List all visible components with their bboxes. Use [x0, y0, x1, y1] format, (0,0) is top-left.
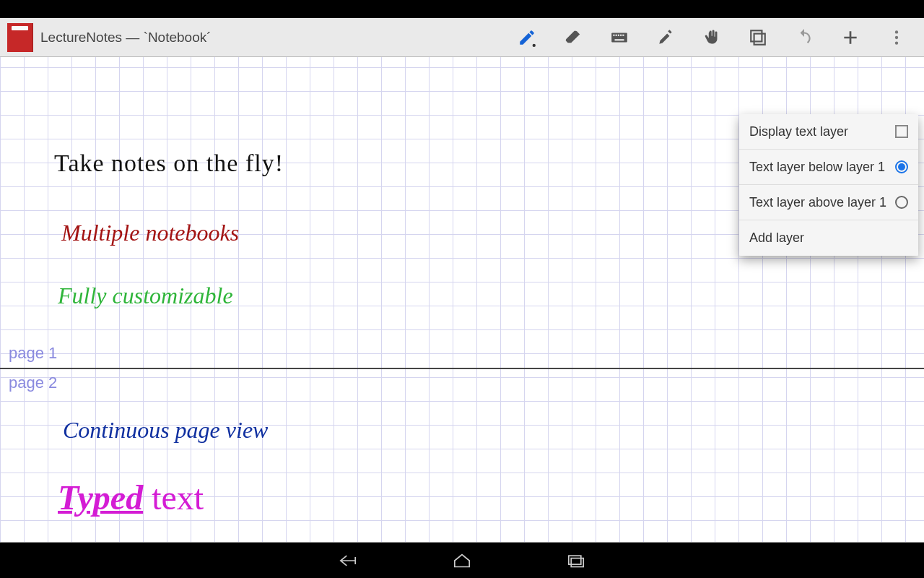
svg-rect-2	[613, 34, 614, 35]
android-navbar	[0, 543, 924, 578]
recent-apps-icon	[564, 551, 588, 570]
page-label-2: page 2	[9, 374, 57, 392]
svg-rect-3	[616, 34, 617, 35]
hand-icon	[702, 28, 721, 47]
nav-back-button[interactable]	[331, 543, 365, 578]
menu-item-text-layer-above[interactable]: Text layer above layer 1	[739, 185, 918, 220]
menu-item-display-text-layer[interactable]: Display text layer	[739, 114, 918, 150]
menu-item-label: Text layer above layer 1	[749, 195, 895, 210]
marker-icon	[656, 28, 675, 47]
page-label-1: page 1	[9, 344, 57, 363]
handwriting-line-1: Take notes on the fly!	[54, 150, 284, 177]
eraser-icon	[564, 28, 583, 47]
handwriting-line-4: Continuous page view	[63, 417, 268, 444]
overflow-menu-button[interactable]	[873, 18, 920, 57]
menu-item-label: Text layer below layer 1	[749, 160, 895, 175]
svg-point-10	[895, 30, 898, 33]
svg-rect-6	[622, 34, 624, 35]
add-button[interactable]	[827, 18, 873, 57]
keyboard-tool-button[interactable]	[596, 18, 642, 57]
nav-recent-button[interactable]	[559, 543, 593, 578]
svg-rect-5	[620, 34, 622, 35]
app-title: LectureNotes — `Notebook´	[40, 30, 212, 46]
svg-rect-8	[751, 30, 762, 41]
layers-icon	[749, 28, 767, 47]
svg-point-0	[533, 43, 536, 46]
checkbox-icon	[895, 125, 908, 138]
svg-rect-7	[615, 39, 624, 40]
radio-selected-icon	[895, 160, 908, 173]
layers-tool-button[interactable]	[735, 18, 781, 57]
svg-rect-4	[618, 34, 619, 35]
back-icon	[336, 551, 360, 570]
menu-item-label: Add layer	[749, 230, 908, 246]
svg-rect-9	[754, 33, 765, 44]
overflow-icon	[887, 28, 906, 47]
undo-icon	[795, 28, 814, 47]
undo-button[interactable]	[781, 18, 827, 57]
eraser-tool-button[interactable]	[550, 18, 596, 57]
menu-item-label: Display text layer	[749, 124, 895, 139]
pencil-tool-button[interactable]	[504, 18, 550, 57]
app-toolbar: LectureNotes — `Notebook´	[0, 18, 924, 57]
handwriting-line-3: Fully customizable	[58, 282, 233, 309]
app-icon[interactable]	[7, 23, 33, 52]
menu-item-add-layer[interactable]: Add layer	[739, 220, 918, 256]
svg-rect-14	[571, 558, 583, 566]
nav-home-button[interactable]	[445, 543, 479, 578]
typed-text-block: Typed text	[58, 478, 204, 517]
menu-item-text-layer-below[interactable]: Text layer below layer 1	[739, 150, 918, 185]
svg-rect-13	[569, 556, 581, 564]
radio-icon	[895, 196, 908, 209]
page-separator	[0, 368, 924, 369]
handwriting-line-2: Multiple notebooks	[61, 220, 239, 246]
svg-point-11	[895, 35, 898, 38]
layers-popup-menu: Display text layer Text layer below laye…	[739, 114, 918, 256]
svg-point-12	[895, 41, 898, 44]
status-bar-top	[0, 0, 924, 18]
typed-text-bold: Typed	[58, 478, 143, 517]
keyboard-icon	[610, 28, 629, 47]
canvas-area[interactable]: Take notes on the fly! Multiple notebook…	[0, 57, 924, 543]
typed-text-rest: text	[143, 478, 204, 517]
marker-tool-button[interactable]	[642, 18, 689, 57]
add-icon	[841, 28, 860, 47]
svg-rect-1	[611, 33, 627, 42]
home-icon	[450, 551, 474, 570]
pencil-icon	[518, 28, 536, 47]
hand-tool-button[interactable]	[689, 18, 735, 57]
